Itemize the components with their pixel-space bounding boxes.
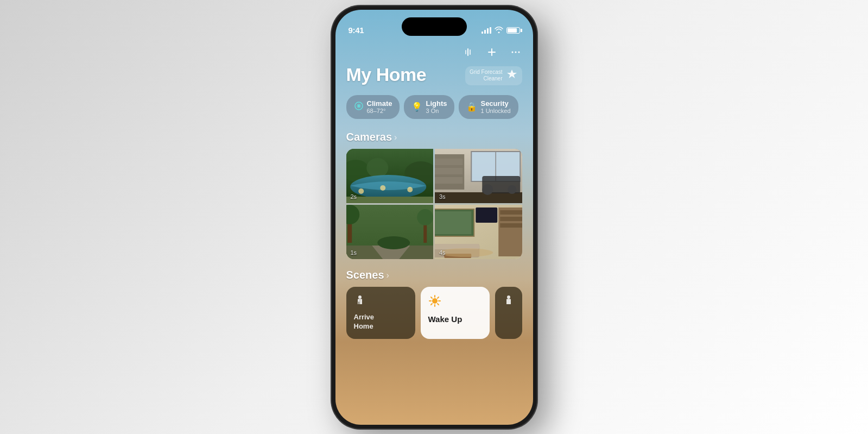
status-time: 9:41 — [349, 26, 364, 35]
svg-point-14 — [407, 187, 413, 192]
svg-rect-40 — [500, 217, 522, 221]
svg-point-13 — [380, 185, 385, 191]
svg-rect-0 — [465, 50, 466, 54]
svg-rect-42 — [476, 207, 497, 223]
svg-point-50 — [507, 295, 510, 299]
cameras-chevron-icon: › — [394, 133, 397, 142]
svg-point-27 — [508, 185, 516, 194]
grid-forecast-widget[interactable]: Grid Forecast Cleaner — [465, 66, 522, 85]
svg-point-32 — [417, 209, 433, 225]
svg-rect-38 — [498, 207, 522, 256]
svg-rect-2 — [470, 49, 471, 55]
wifi-icon — [495, 26, 503, 35]
chip-security-title: Security — [480, 99, 510, 108]
camera-garden-timestamp: 1s — [351, 249, 357, 256]
camera-cell-garden[interactable]: 1s — [346, 205, 434, 259]
lights-icon: 💡 — [411, 102, 422, 112]
svg-point-34 — [377, 236, 410, 249]
scenes-chevron-icon: › — [387, 271, 389, 280]
chip-security-sub: 1 Unlocked — [480, 108, 510, 115]
camera-cell-gym[interactable]: 3s — [435, 149, 522, 203]
home-title: My Home — [346, 64, 427, 85]
svg-rect-37 — [435, 211, 471, 234]
scene-card-wake-up[interactable]: Wake Up — [421, 287, 490, 339]
svg-point-26 — [482, 184, 493, 195]
chip-security[interactable]: 🔒 Security 1 Unlocked — [459, 95, 518, 119]
header-row: My Home Grid Forecast Cleaner — [346, 64, 522, 85]
security-icon: 🔒 — [466, 102, 477, 112]
chip-lights-title: Lights — [426, 99, 447, 108]
scenes-title: Scenes — [346, 269, 384, 281]
arrive-home-icon — [354, 294, 366, 310]
chips-row: Climate 68–72° 💡 Lights 3 On 🔒 — [346, 95, 522, 119]
scene-card-arrive-home[interactable]: ArriveHome — [346, 287, 415, 339]
svg-point-3 — [511, 51, 513, 53]
signal-icon — [481, 27, 491, 34]
scenes-section: Scenes › — [346, 269, 522, 339]
chip-lights[interactable]: 💡 Lights 3 On — [404, 95, 454, 119]
svg-rect-15 — [346, 197, 434, 203]
phone-shell: 9:41 — [331, 5, 537, 429]
svg-rect-41 — [500, 223, 522, 228]
svg-point-5 — [518, 51, 519, 53]
svg-point-12 — [358, 188, 364, 194]
cameras-title: Cameras — [346, 131, 392, 143]
wake-up-label: Wake Up — [428, 314, 462, 325]
toolbar — [459, 43, 524, 61]
chip-climate[interactable]: Climate 68–72° — [346, 95, 400, 119]
scenes-section-header: Scenes › — [346, 269, 522, 281]
grid-forecast-label2: Cleaner — [470, 76, 503, 82]
chip-climate-content: Climate 68–72° — [367, 99, 392, 115]
svg-rect-23 — [435, 177, 462, 184]
svg-point-4 — [515, 51, 516, 53]
svg-rect-39 — [500, 210, 522, 215]
camera-cell-pool[interactable]: 2s — [346, 149, 434, 203]
scene-card-partial[interactable] — [495, 287, 522, 339]
svg-point-49 — [432, 298, 438, 304]
battery-icon — [506, 27, 520, 34]
chip-security-content: Security 1 Unlocked — [480, 99, 510, 115]
cameras-section-header: Cameras › — [346, 131, 522, 143]
svg-rect-22 — [435, 168, 462, 174]
grid-forecast-label1: Grid Forecast — [470, 69, 503, 76]
add-button[interactable] — [483, 43, 500, 61]
grid-forecast-text: Grid Forecast Cleaner — [470, 69, 503, 82]
svg-point-9 — [366, 158, 388, 178]
climate-icon — [354, 101, 364, 113]
more-button[interactable] — [507, 43, 524, 61]
wake-up-icon — [428, 294, 441, 311]
camera-cell-living[interactable]: 4s — [435, 205, 522, 259]
chip-lights-content: Lights 3 On — [426, 99, 447, 115]
camera-grid: 2s — [346, 149, 522, 259]
svg-rect-21 — [435, 159, 462, 165]
scenes-row: ArriveHome Wake Up — [346, 287, 522, 339]
leave-icon — [503, 294, 515, 310]
svg-rect-24 — [435, 192, 522, 203]
app-scene: 9:41 — [0, 0, 868, 434]
dynamic-island — [402, 17, 467, 36]
chip-climate-title: Climate — [367, 99, 392, 108]
camera-gym-timestamp: 3s — [439, 193, 446, 200]
svg-rect-1 — [467, 48, 468, 56]
arrive-home-label: ArriveHome — [354, 313, 375, 331]
chip-climate-sub: 68–72° — [367, 108, 392, 115]
camera-pool-timestamp: 2s — [351, 193, 357, 200]
grid-forecast-icon — [506, 68, 518, 83]
siri-button[interactable] — [459, 43, 477, 61]
screen: 9:41 — [335, 10, 533, 425]
chip-lights-sub: 3 On — [426, 108, 447, 115]
main-content: My Home Grid Forecast Cleaner — [335, 64, 533, 425]
status-icons — [481, 26, 520, 35]
svg-point-46 — [439, 248, 493, 257]
camera-living-timestamp: 4s — [439, 249, 446, 256]
